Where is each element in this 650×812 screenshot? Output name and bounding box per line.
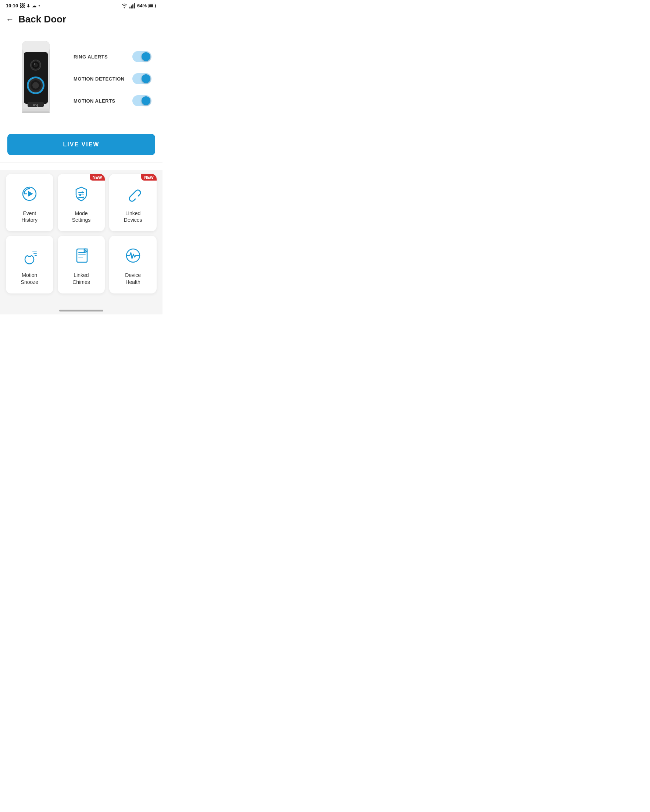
status-right: 64% (121, 3, 157, 8)
live-view-button[interactable]: LIVE VIEW (8, 134, 155, 155)
motion-alerts-row: MOTION ALERTS (73, 95, 151, 106)
feature-grid: EventHistory NEW ModeSettings (6, 174, 157, 293)
signal-icon (130, 3, 135, 8)
device-health-icon (124, 246, 143, 265)
motion-detection-row: MOTION DETECTION (73, 73, 151, 84)
svg-line-30 (131, 192, 134, 195)
ring-alerts-label: RING ALERTS (73, 54, 108, 60)
linked-chimes-label: LinkedChimes (72, 272, 90, 285)
battery-icon (148, 4, 157, 8)
svg-rect-0 (130, 7, 131, 8)
svg-point-25 (81, 192, 83, 194)
svg-rect-21 (22, 111, 50, 113)
status-bar: 10:10 🖼 ⬇ ☁ ● 64% (0, 0, 163, 10)
grid-section: EventHistory NEW ModeSettings (0, 170, 163, 304)
cloud-icon: ☁ (32, 3, 37, 8)
ring-alerts-toggle[interactable] (132, 51, 151, 62)
svg-marker-23 (28, 191, 33, 197)
svg-rect-3 (134, 3, 135, 8)
doorbell-svg: ring (17, 39, 57, 118)
svg-rect-9 (22, 41, 50, 52)
mode-settings-label: ModeSettings (72, 210, 91, 223)
event-history-card[interactable]: EventHistory (6, 174, 53, 231)
linked-devices-icon (124, 184, 143, 203)
linked-chimes-card[interactable]: LinkedChimes (58, 236, 105, 293)
mode-settings-icon (72, 184, 91, 203)
motion-snooze-card[interactable]: MotionSnooze (6, 236, 53, 293)
svg-rect-5 (156, 5, 157, 7)
toggles-section: RING ALERTS MOTION DETECTION MOTION ALER… (73, 51, 155, 106)
live-view-section: LIVE VIEW (0, 134, 163, 163)
battery-percentage: 64% (137, 3, 147, 8)
svg-text:ring: ring (33, 103, 38, 107)
svg-point-13 (34, 63, 35, 65)
bottom-bar (0, 304, 163, 314)
back-button[interactable]: ← (6, 15, 14, 24)
mode-settings-new-badge: NEW (90, 174, 105, 180)
linked-chimes-icon (72, 246, 91, 265)
ring-alerts-row: RING ALERTS (73, 51, 151, 62)
header: ← Back Door (0, 10, 163, 31)
linked-devices-new-badge: NEW (141, 174, 157, 180)
device-image: ring (8, 35, 66, 123)
svg-point-27 (79, 194, 81, 196)
section-divider (0, 163, 163, 163)
device-section: ring RING ALERTS MOTION DETECTION MOTION… (0, 31, 163, 134)
status-left: 10:10 🖼 ⬇ ☁ ● (6, 3, 40, 8)
svg-rect-6 (149, 5, 153, 8)
device-health-card[interactable]: DeviceHealth (109, 236, 157, 293)
event-history-icon (20, 184, 39, 203)
linked-devices-label: LinkedDevices (124, 210, 142, 223)
motion-alerts-toggle[interactable] (132, 95, 151, 106)
svg-rect-2 (132, 5, 133, 8)
home-indicator (59, 310, 103, 311)
linked-devices-card[interactable]: NEW LinkedDevices (109, 174, 157, 231)
svg-point-16 (32, 82, 39, 89)
event-history-label: EventHistory (22, 210, 38, 223)
photo-icon: 🖼 (20, 3, 24, 8)
dot-icon: ● (38, 4, 40, 8)
wifi-icon (121, 3, 128, 8)
motion-snooze-icon (20, 246, 39, 265)
mode-settings-card[interactable]: NEW ModeSettings (58, 174, 105, 231)
motion-alerts-label: MOTION ALERTS (73, 98, 116, 104)
page-title: Back Door (18, 14, 66, 25)
motion-snooze-label: MotionSnooze (21, 272, 38, 285)
motion-detection-label: MOTION DETECTION (73, 76, 125, 82)
motion-detection-toggle[interactable] (132, 73, 151, 84)
time-display: 10:10 (6, 3, 18, 8)
download-icon: ⬇ (26, 3, 30, 8)
svg-point-29 (82, 197, 84, 198)
svg-rect-1 (131, 6, 132, 8)
device-health-label: DeviceHealth (125, 272, 141, 285)
